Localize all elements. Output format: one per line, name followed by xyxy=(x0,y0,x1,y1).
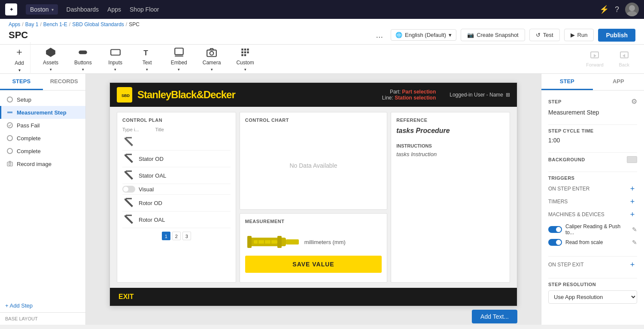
run-button[interactable]: ▶ Run xyxy=(564,29,594,41)
cp-row-4: Rotor OD xyxy=(122,195,231,211)
device-2-toggle[interactable] xyxy=(548,239,562,246)
add-button[interactable]: ＋ Add ▾ xyxy=(9,42,30,76)
assets-icon xyxy=(45,47,56,58)
tab-step[interactable]: STEP xyxy=(541,74,593,90)
page-3[interactable]: 3 xyxy=(182,232,191,240)
svg-rect-4 xyxy=(111,49,120,55)
tab-steps[interactable]: STEPS xyxy=(0,74,43,90)
background-toggle[interactable] xyxy=(627,156,637,163)
step-label-complete-2: Complete xyxy=(17,148,41,154)
add-text-button[interactable]: Add Text... xyxy=(472,310,517,323)
device-1-edit-icon[interactable]: ✎ xyxy=(632,226,637,233)
cp-rotoroal-label: Rotor OAL xyxy=(139,217,165,223)
tab-records[interactable]: RECORDS xyxy=(43,74,86,90)
user-avatar[interactable] xyxy=(625,3,639,16)
step-settings-icon[interactable]: ⚙ xyxy=(631,97,637,106)
location-chevron: ▾ xyxy=(52,7,54,12)
breadcrumb-bench[interactable]: Bench 1-E xyxy=(43,21,67,27)
forward-button[interactable]: Forward xyxy=(580,48,609,70)
rp-step-resolution-header: STEP RESOLUTION xyxy=(548,282,637,287)
back-button[interactable]: Back xyxy=(613,48,635,70)
create-snapshot-button[interactable]: 📷 Create Snapshot xyxy=(461,29,525,41)
measurement-title: MEASUREMENT xyxy=(245,219,382,224)
cp-row-3: Visual xyxy=(122,184,231,195)
location-selector[interactable]: Boston ▾ xyxy=(26,4,58,15)
step-resolution-select[interactable]: Use App Resolution xyxy=(548,290,637,304)
lang-chevron: ▾ xyxy=(449,32,452,38)
top-nav-right: ⚡ ? xyxy=(599,3,639,16)
caliper-visual: millimeters (mm) xyxy=(245,232,382,251)
on-step-exit-add-button[interactable]: + xyxy=(628,260,637,269)
page-1[interactable]: 1 xyxy=(162,232,170,240)
test-button[interactable]: ↺ Test xyxy=(529,29,560,41)
breadcrumb-bay[interactable]: Bay 1 xyxy=(25,21,39,27)
run-icon: ▶ xyxy=(571,32,575,38)
breadcrumb-sbd[interactable]: SBD Global Standards xyxy=(72,21,124,27)
divider-3 xyxy=(548,172,637,172)
rp-cycle-section: STEP CYCLE TIME 1:00 xyxy=(548,128,637,144)
page-title-row: SPC ... 🌐 English (Default) ▾ 📷 Create S… xyxy=(9,28,635,44)
nav-dashboards[interactable]: Dashboards xyxy=(67,6,99,13)
nav-apps[interactable]: Apps xyxy=(107,6,121,13)
custom-tool[interactable]: Custom ▾ xyxy=(229,43,261,75)
left-sidebar: STEPS RECORDS Setup Measurement Step Pas… xyxy=(0,74,86,325)
activity-icon[interactable]: ⚡ xyxy=(599,5,609,14)
page-title: SPC xyxy=(9,30,28,41)
nav-shopfloor[interactable]: Shop Floor xyxy=(130,6,159,13)
publish-button[interactable]: Publish xyxy=(598,29,635,42)
embed-tool[interactable]: Embed ▾ xyxy=(164,43,194,75)
rp-step-resolution-section: STEP RESOLUTION Use App Resolution xyxy=(548,282,637,304)
step-item-measurement[interactable]: Measurement Step xyxy=(0,106,85,119)
help-icon[interactable]: ? xyxy=(615,5,619,14)
step-item-complete-1[interactable]: Complete xyxy=(0,132,85,145)
step-item-passfail[interactable]: Pass Fail xyxy=(0,119,85,132)
device-2-item: Read from scale ✎ xyxy=(548,237,637,248)
camera-tool[interactable]: Camera ▾ xyxy=(196,43,228,75)
add-step-button[interactable]: + Add Step xyxy=(0,299,85,312)
text-tool[interactable]: T Text ▾ xyxy=(132,43,162,75)
step-label-passfail: Pass Fail xyxy=(17,122,39,129)
more-options-button[interactable]: ... xyxy=(372,28,386,42)
cp-rotorod-label: Rotor OD xyxy=(139,200,162,206)
rp-step-title: STEP xyxy=(548,99,562,104)
assets-label: Assets xyxy=(43,60,58,66)
timers-add-button[interactable]: + xyxy=(628,197,637,206)
embed-icon xyxy=(173,47,185,58)
rp-cycle-value: 1:00 xyxy=(548,137,637,144)
on-step-enter-add-button[interactable]: + xyxy=(628,184,637,193)
step-item-record-image[interactable]: Record image xyxy=(0,157,85,170)
back-icon xyxy=(619,51,629,61)
machines-add-button[interactable]: + xyxy=(628,210,637,219)
complete-icon-1 xyxy=(6,135,13,142)
record-image-icon xyxy=(6,160,13,167)
breadcrumb-apps[interactable]: Apps xyxy=(9,21,20,27)
buttons-tool[interactable]: Buttons ▾ xyxy=(67,43,99,75)
language-selector[interactable]: 🌐 English (Default) ▾ xyxy=(391,29,456,41)
device-2-edit-icon[interactable]: ✎ xyxy=(632,239,637,246)
page-2[interactable]: 2 xyxy=(172,232,181,240)
breadcrumb: Apps / Bay 1 / Bench 1-E / SBD Global St… xyxy=(9,21,635,27)
forward-label: Forward xyxy=(586,62,603,67)
cp-col1-header: Type i... xyxy=(122,127,139,132)
app-brand-name: StanleyBlack&Decker xyxy=(137,89,235,101)
sidebar-steps-list: Setup Measurement Step Pass Fail Complet… xyxy=(0,91,85,299)
title-actions: ... 🌐 English (Default) ▾ 📷 Create Snaps… xyxy=(372,28,635,42)
custom-icon xyxy=(240,47,251,58)
device-1-toggle[interactable] xyxy=(548,226,562,233)
save-value-button[interactable]: SAVE VALUE xyxy=(245,256,382,273)
step-item-complete-2[interactable]: Complete xyxy=(0,145,85,157)
rp-step-exit-section: ON STEP EXIT + xyxy=(548,260,637,269)
rp-background-header: BACKGROUND xyxy=(548,156,637,163)
assets-tool[interactable]: Assets ▾ xyxy=(36,43,66,75)
cp-statoroal-label: Stator OAL xyxy=(139,172,166,179)
camera-icon xyxy=(206,47,217,58)
step-item-setup[interactable]: Setup xyxy=(0,93,85,106)
reference-col: REFERENCE tasks Procedure INSTRUCTIONS t… xyxy=(391,112,510,283)
caliper-icon-1 xyxy=(122,152,135,165)
tab-app[interactable]: APP xyxy=(593,74,644,90)
step-label-record-image: Record image xyxy=(17,161,52,167)
inputs-label: Inputs xyxy=(108,60,122,66)
inputs-tool[interactable]: Inputs ▾ xyxy=(100,43,131,75)
reference-title: REFERENCE xyxy=(396,118,504,123)
cp-row-5: Rotor OAL xyxy=(122,211,231,228)
